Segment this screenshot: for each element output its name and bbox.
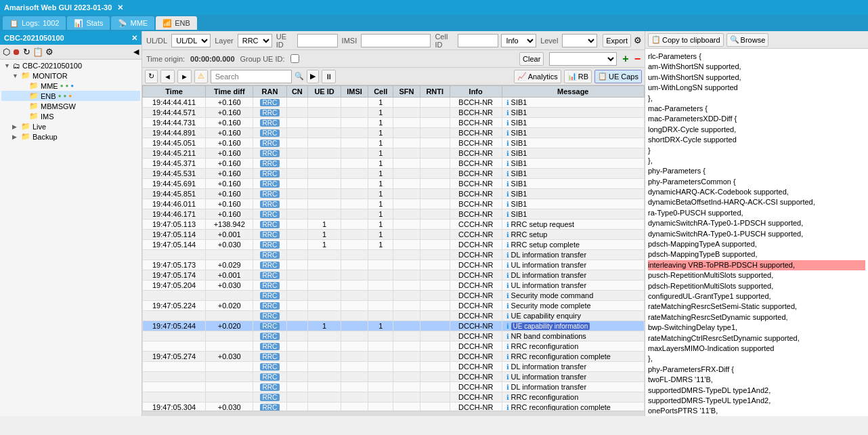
rb-button[interactable]: 📊 RB — [564, 70, 592, 83]
table-row[interactable]: 19:47:05.113 +138.942 RRC 1 1 CCCH-NR ℹ … — [143, 220, 645, 230]
uldl-select[interactable]: UL/DLULDL — [171, 34, 211, 47]
table-row[interactable]: RRC DCCH-NR ℹ UL information transfer — [143, 372, 645, 382]
table-row[interactable]: 19:47:05.114 +0.001 RRC 1 1 CCCH-NR ℹ RR… — [143, 230, 645, 240]
table-row[interactable]: 19:47:05.174 +0.001 RRC DCCH-NR ℹ DL inf… — [143, 270, 645, 281]
table-row[interactable]: 19:47:05.274 +0.030 RRC DCCH-NR ℹ RRC re… — [143, 352, 645, 362]
code-line: shortDRX-Cycle supported — [648, 135, 865, 145]
table-row[interactable]: 19:44:45.531 +0.160 RRC 1 BCCH-NR ℹ SIB1 — [143, 169, 645, 179]
sidebar-item-monitor[interactable]: ▼ 📁 MONITOR — [1, 70, 140, 81]
remove-filter-icon[interactable]: − — [634, 53, 641, 65]
play-button[interactable]: ▶ — [307, 70, 319, 83]
cell-ran: RRC — [253, 311, 286, 321]
sidebar-tool-5[interactable]: ⚙ — [45, 47, 53, 57]
table-row[interactable]: 19:47:05.204 +0.030 RRC DCCH-NR ℹ UL inf… — [143, 281, 645, 291]
table-row[interactable]: 19:47:05.244 +0.020 RRC 1 1 DCCH-NR ℹ UE… — [143, 321, 645, 331]
sidebar-item-mbmsgw[interactable]: 📁 MBMSGW — [1, 101, 140, 111]
table-row[interactable]: RRC DCCH-NR ℹ NR band combinations — [143, 331, 645, 341]
table-row[interactable]: RRC DCCH-NR ℹ DL information transfer — [143, 362, 645, 372]
cell-info: DCCH-NR — [450, 291, 502, 301]
cell-cell: 1 — [368, 169, 393, 179]
table-row[interactable]: RRC DCCH-NR ℹ DL information transfer — [143, 250, 645, 260]
table-row[interactable]: 19:44:46.011 +0.160 RRC 1 BCCH-NR ℹ SIB1 — [143, 199, 645, 209]
table-row[interactable]: 19:44:44.571 +0.160 RRC 1 BCCH-NR ℹ SIB1 — [143, 108, 645, 118]
back-button[interactable]: ◄ — [160, 70, 175, 83]
cell-ran: RRC — [253, 352, 286, 362]
info-icon: ℹ — [506, 140, 509, 147]
table-row[interactable]: 19:44:45.371 +0.160 RRC 1 BCCH-NR ℹ SIB1 — [143, 159, 645, 169]
table-row[interactable]: 19:44:46.171 +0.160 RRC 1 BCCH-NR ℹ SIB1 — [143, 209, 645, 220]
filter-select[interactable] — [549, 52, 617, 66]
table-row[interactable]: 19:47:05.304 +0.030 RRC DCCH-NR ℹ RRC re… — [143, 402, 645, 411]
tab-stats[interactable]: 📊 Stats — [67, 16, 110, 30]
warning-button[interactable]: ⚠ — [194, 70, 208, 83]
copy-clipboard-button[interactable]: 📋 Copy to clipboard — [648, 33, 724, 47]
table-row[interactable]: RRC DCCH-NR ℹ Security mode command — [143, 291, 645, 301]
tab-mme[interactable]: 📡 MME — [111, 16, 154, 30]
level-select[interactable] — [562, 34, 597, 47]
cell-ran: RRC — [253, 138, 286, 148]
table-row[interactable]: 19:44:45.211 +0.160 RRC 1 BCCH-NR ℹ SIB1 — [143, 148, 645, 159]
pause-button[interactable]: ⏸ — [322, 70, 336, 83]
cellid-input[interactable] — [458, 34, 498, 47]
search-input[interactable] — [211, 70, 292, 83]
imsi-input[interactable] — [361, 34, 431, 47]
layer-select[interactable]: RRCMACPHY — [238, 34, 272, 47]
sidebar-item-enb[interactable]: 📁 ENB ● ● ● — [1, 91, 140, 101]
table-row[interactable]: RRC DCCH-NR ℹ RRC reconfiguration — [143, 392, 645, 402]
cell-info: DCCH-NR — [450, 311, 502, 321]
refresh-button[interactable]: ↻ — [145, 70, 158, 83]
dot-green-3: ● — [58, 93, 62, 99]
table-row[interactable]: 19:47:05.224 +0.020 RRC DCCH-NR ℹ Securi… — [143, 301, 645, 311]
group-ueid-checkbox[interactable] — [290, 54, 299, 63]
message-table-wrapper[interactable]: Time Time diff RAN CN UE ID IMSI Cell SF… — [142, 85, 645, 411]
sidebar-item-mme[interactable]: 📁 MME ● ● ● — [1, 81, 140, 91]
forward-button[interactable]: ► — [177, 70, 192, 83]
resize-handle[interactable] — [142, 411, 645, 416]
ue-caps-button[interactable]: 📋 UE Caps — [594, 70, 642, 83]
sidebar-item-live[interactable]: ▶ 📁 Live — [1, 121, 140, 131]
settings-icon[interactable]: ⚙ — [634, 35, 642, 45]
sidebar-close-icon[interactable]: ✕ — [131, 34, 137, 43]
tab-stats-label: Stats — [86, 19, 103, 27]
sidebar-item-cbc[interactable]: ▼ 🗂 CBC-2021050100 — [1, 61, 140, 70]
add-filter-icon[interactable]: + — [622, 53, 628, 65]
table-row[interactable]: 19:44:44.891 +0.160 RRC 1 BCCH-NR ℹ SIB1 — [143, 128, 645, 138]
table-row[interactable]: 19:44:45.851 +0.160 RRC 1 BCCH-NR ℹ SIB1 — [143, 189, 645, 199]
table-row[interactable]: 19:44:44.411 +0.160 RRC 1 BCCH-NR ℹ SIB1 — [143, 98, 645, 108]
sidebar-tool-2[interactable]: ⏺ — [12, 47, 21, 57]
sidebar-item-mme-label: MME — [41, 82, 58, 90]
tab-logs[interactable]: 📋 Logs: 1002 — [3, 16, 66, 30]
table-row[interactable]: 19:44:45.691 +0.160 RRC 1 BCCH-NR ℹ SIB1 — [143, 179, 645, 189]
close-button[interactable]: ✕ — [117, 3, 123, 12]
info-select[interactable]: Info — [501, 34, 536, 47]
table-row[interactable]: RRC DCCH-NR ℹ DL information transfer — [143, 382, 645, 392]
cell-ueid — [308, 199, 341, 209]
analytics-button[interactable]: 📈 Analytics — [514, 70, 561, 83]
sidebar-item-backup[interactable]: ▶ 📁 Backup — [1, 131, 140, 142]
cell-timediff — [206, 291, 253, 301]
cell-ueid — [308, 189, 341, 199]
sidebar-item-ims[interactable]: 📁 IMS — [1, 111, 140, 121]
browse-button[interactable]: 🔍 Browse — [726, 33, 769, 47]
code-line: }, — [648, 354, 865, 364]
table-row[interactable]: RRC DCCH-NR ℹ UE capability enquiry — [143, 311, 645, 321]
clear-button[interactable]: Clear — [519, 52, 544, 66]
export-button[interactable]: Export — [603, 34, 631, 47]
table-row[interactable]: 19:47:05.144 +0.030 RRC 1 1 DCCH-NR ℹ RR… — [143, 240, 645, 250]
cell-ran: RRC — [253, 209, 286, 220]
sidebar-collapse-icon[interactable]: ◀ — [133, 47, 139, 56]
ueid-input[interactable] — [297, 34, 338, 47]
cell-cell: 1 — [368, 230, 393, 240]
cell-rnti — [420, 311, 450, 321]
table-row[interactable]: 19:44:45.051 +0.160 RRC 1 BCCH-NR ℹ SIB1 — [143, 138, 645, 148]
cell-imsi — [341, 179, 368, 189]
cell-imsi — [341, 148, 368, 159]
sidebar-tool-4[interactable]: 📋 — [32, 47, 43, 57]
cell-ueid — [308, 169, 341, 179]
table-row[interactable]: 19:44:44.731 +0.160 RRC 1 BCCH-NR ℹ SIB1 — [143, 118, 645, 128]
table-row[interactable]: RRC DCCH-NR ℹ RRC reconfiguration — [143, 341, 645, 352]
tab-enb[interactable]: 📶 ENB — [156, 16, 197, 30]
table-row[interactable]: 19:47:05.173 +0.029 RRC DCCH-NR ℹ UL inf… — [143, 260, 645, 270]
sidebar-tool-3[interactable]: ↻ — [23, 47, 30, 57]
sidebar-tool-1[interactable]: ⬡ — [3, 47, 10, 57]
